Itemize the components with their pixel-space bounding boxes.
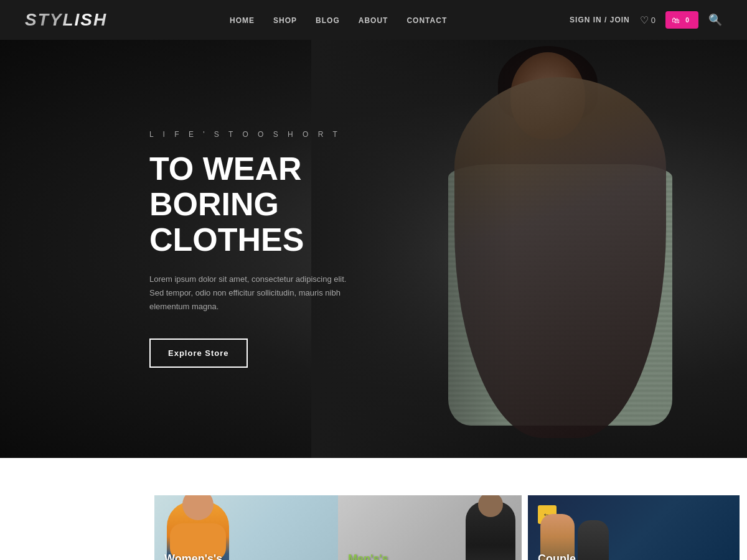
- hero-title-line1: TO WEAR BORING: [149, 151, 302, 222]
- nav-links: HOME SHOP BLOG ABOUT CONTACT: [230, 14, 447, 26]
- model-overlay: [311, 40, 716, 458]
- hero-title: TO WEAR BORING CLOTHES: [149, 151, 361, 258]
- nav-shop[interactable]: SHOP: [273, 16, 297, 25]
- explore-store-button[interactable]: Explore Store: [149, 338, 248, 368]
- hero-title-line2: CLOTHES: [149, 222, 304, 258]
- cart-button[interactable]: 🛍 0: [665, 11, 698, 29]
- heart-icon: ♡: [640, 14, 649, 26]
- navbar: Stylish HOME SHOP BLOG ABOUT CONTACT SIG…: [0, 0, 747, 40]
- collection-women[interactable]: Women's's Collection: [154, 495, 338, 560]
- women-collection-label: Women's's Collection: [164, 553, 222, 560]
- collections-grid: Women's's Collection Men's's Collection …: [0, 495, 747, 560]
- collections-section: Women's's Collection Men's's Collection …: [0, 458, 747, 560]
- men-figure: [466, 502, 515, 560]
- cart-count: 0: [682, 15, 692, 25]
- nav-home[interactable]: HOME: [230, 16, 255, 25]
- signin-button[interactable]: SIGN IN / JOIN: [570, 16, 630, 24]
- brand-logo[interactable]: Stylish: [25, 10, 107, 30]
- collection-couple[interactable]: ← Couple Collection: [528, 495, 740, 560]
- collection-card-left[interactable]: Women's's Collection Men's's Collection: [154, 495, 522, 560]
- hero-tagline: L I F E ' S T O O S H O R T: [149, 130, 361, 139]
- search-icon: 🔍: [708, 14, 722, 26]
- nav-contact[interactable]: CONTACT: [406, 16, 447, 25]
- nav-blog[interactable]: BLOG: [316, 16, 340, 25]
- hero-section: L I F E ' S T O O S H O R T TO WEAR BORI…: [0, 40, 747, 458]
- men-collection-label: Men's's Collection: [348, 553, 402, 560]
- wishlist-button[interactable]: ♡ 0: [640, 14, 655, 26]
- wishlist-count: 0: [651, 16, 655, 25]
- couple-collection-label: Couple Collection: [538, 553, 592, 560]
- nav-about[interactable]: ABOUT: [359, 16, 388, 25]
- women-figure: [167, 502, 229, 560]
- hero-content: L I F E ' S T O O S H O R T TO WEAR BORI…: [0, 130, 361, 368]
- bag-icon: 🛍: [672, 16, 680, 25]
- couple-bg: ← Couple Collection: [528, 495, 740, 560]
- navbar-actions: SIGN IN / JOIN ♡ 0 🛍 0 🔍: [570, 11, 722, 29]
- hero-description: Lorem ipsum dolor sit amet, consectetur …: [149, 273, 361, 314]
- search-button[interactable]: 🔍: [708, 13, 722, 27]
- collection-men[interactable]: Men's's Collection: [338, 495, 522, 560]
- hero-model-image: [311, 40, 716, 458]
